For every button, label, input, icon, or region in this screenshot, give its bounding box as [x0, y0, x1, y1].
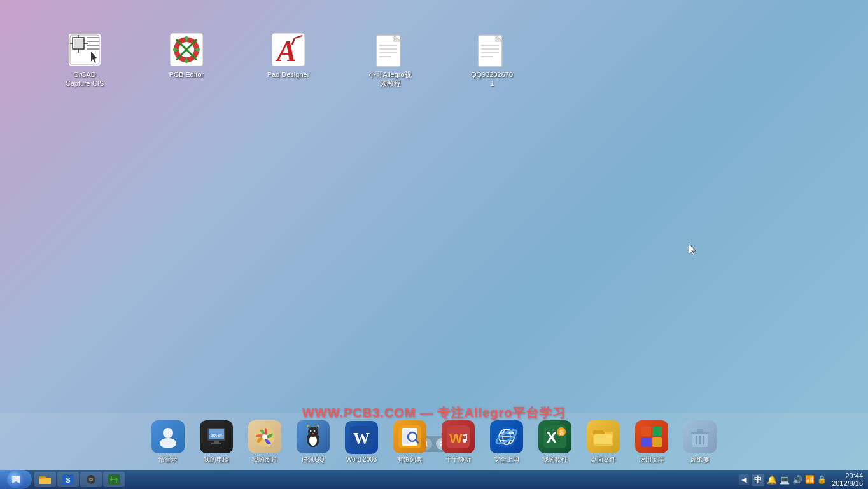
- dock-trash-label: 废纸篓: [690, 455, 710, 464]
- qq-file-label1: QQ93202670: [471, 70, 513, 79]
- dock-computer-icon: 20:44: [200, 420, 233, 453]
- svg-marker-98: [12, 476, 20, 483]
- dock-files-label: 桌面文件: [591, 455, 616, 464]
- dock-photos-label: 我的图片: [252, 455, 277, 464]
- dock-item-login[interactable]: 请登录: [145, 418, 191, 465]
- dock-item-music[interactable]: W 千千静听: [435, 418, 481, 465]
- dock-item-software[interactable]: X 客 我的软件: [532, 418, 578, 465]
- svg-rect-46: [214, 441, 219, 443]
- dock-item-computer[interactable]: 20:44 我的电脑: [193, 418, 239, 465]
- dock-word-icon: W: [345, 421, 378, 454]
- qq-file-icon: [474, 32, 510, 67]
- desktop-icon-orcad[interactable]: OrCAD Capture CIS: [56, 32, 113, 89]
- svg-point-53: [308, 427, 318, 437]
- orcad-label2: Capture CIS: [66, 79, 104, 88]
- taskbar-file-explorer[interactable]: [34, 472, 56, 487]
- taskbar-system-tray: ◀ 中 🔔 💻 🔊 📶 🔒 20:44 2012/8/16: [739, 472, 868, 487]
- dock-computer-label: 我的电脑: [204, 455, 229, 464]
- dock-item-ie[interactable]: 安全上网: [484, 418, 529, 465]
- dock-ie-icon: [490, 420, 523, 453]
- dock-item-desktop-files[interactable]: 桌面文件: [580, 418, 626, 465]
- dock-login-label: 请登录: [158, 455, 178, 464]
- tray-volume[interactable]: 🔊: [792, 475, 802, 485]
- svg-point-43: [160, 438, 176, 448]
- svg-point-106: [110, 478, 113, 481]
- taskbar-clock: 20:44 2012/8/16: [832, 472, 863, 487]
- dock-photos-icon: [248, 420, 281, 453]
- allegro-tutorial-label2: 频教程: [380, 79, 401, 88]
- desktop-icon-pad[interactable]: A Pad Designer: [260, 32, 317, 79]
- clock-time: 20:44: [845, 472, 863, 479]
- tray-network: 📶: [805, 475, 815, 484]
- svg-point-50: [262, 434, 267, 439]
- tray-security: 🔒: [817, 475, 827, 484]
- tray-notification: 🔔: [767, 475, 777, 485]
- svg-rect-87: [594, 434, 612, 444]
- start-button[interactable]: [0, 470, 32, 489]
- taskbar-quick-launch: S: [34, 472, 739, 487]
- svg-rect-3: [74, 39, 83, 48]
- dock-appstore-icon: [635, 420, 668, 453]
- dock-item-trash[interactable]: 废纸篓: [677, 418, 723, 465]
- pcb-editor-label: PCB Editor: [169, 70, 204, 79]
- dock-music-icon: W: [442, 420, 475, 453]
- watermark: WWW.PCB3.COM — 专注Allegro平台学习: [302, 404, 566, 422]
- desktop: OrCAD Capture CIS: [0, 0, 868, 458]
- pcb-editor-icon: [169, 32, 204, 67]
- dock-item-qq[interactable]: 腾讯QQ: [290, 418, 336, 465]
- qq-file-label2: 1: [490, 79, 494, 88]
- pad-designer-label: Pad Designer: [267, 70, 310, 79]
- dock-software-icon: X 客: [538, 420, 571, 453]
- svg-rect-89: [652, 427, 662, 436]
- desktop-icon-allegro-tutorial[interactable]: 小哥Allegro视 频教程: [361, 32, 419, 89]
- allegro-tutorial-label1: 小哥Allegro视: [368, 70, 411, 79]
- dock-login-icon: [151, 420, 185, 453]
- dock-music-label: 千千静听: [445, 455, 471, 464]
- taskbar: S ◀ 中 🔔 💻 🔊 📶 🔒: [0, 470, 868, 489]
- svg-text:W: W: [449, 430, 463, 446]
- dock-item-youdao[interactable]: 有道词典: [387, 418, 433, 465]
- svg-rect-90: [641, 437, 651, 447]
- dock-files-icon: [587, 420, 620, 453]
- svg-text:A: A: [275, 35, 297, 66]
- svg-text:20:44: 20:44: [211, 433, 222, 437]
- svg-rect-94: [697, 429, 703, 432]
- svg-text:W: W: [353, 429, 370, 448]
- dock-word-label: Word 2003: [346, 456, 377, 463]
- svg-point-107: [115, 478, 118, 481]
- svg-point-42: [163, 428, 173, 438]
- dock-item-photos[interactable]: 我的图片: [242, 418, 288, 465]
- dock-dict-label: 有道词典: [397, 455, 423, 464]
- taskbar-sogou[interactable]: S: [57, 472, 79, 487]
- pad-designer-icon: A: [270, 32, 306, 67]
- svg-rect-47: [211, 443, 221, 444]
- tray-monitor: 💻: [780, 475, 790, 485]
- taskbar-pcb[interactable]: [103, 472, 125, 487]
- tray-expand[interactable]: ◀: [739, 474, 749, 485]
- desktop-icon-qq-file[interactable]: QQ93202670 1: [463, 32, 521, 89]
- svg-text:客: 客: [559, 429, 564, 436]
- svg-point-104: [90, 479, 92, 480]
- orcad-label: OrCAD: [73, 70, 95, 79]
- svg-rect-93: [691, 432, 709, 434]
- clock-date: 2012/8/16: [832, 479, 863, 487]
- allegro-tutorial-icon: [372, 32, 408, 67]
- svg-rect-88: [641, 427, 651, 436]
- svg-text:X: X: [546, 428, 557, 447]
- svg-point-57: [315, 430, 316, 432]
- svg-text:S: S: [66, 476, 70, 484]
- dock-appstore-label: 应用宝库: [639, 455, 664, 464]
- tray-input-method[interactable]: 中: [752, 474, 764, 486]
- dock-item-appstore[interactable]: 应用宝库: [629, 418, 675, 465]
- dock-item-word[interactable]: W Word 2003: [339, 418, 384, 464]
- desktop-icon-pcb[interactable]: PCB Editor: [158, 32, 215, 79]
- svg-point-56: [311, 430, 312, 432]
- dock-dict-icon: [393, 420, 426, 453]
- start-orb: [7, 471, 25, 488]
- dock-software-label: 我的软件: [542, 455, 568, 464]
- dock-trash-icon: [683, 420, 717, 453]
- cursor: [689, 244, 696, 255]
- taskbar-media[interactable]: [80, 472, 102, 487]
- svg-point-52: [309, 436, 317, 446]
- dock-qq-label: 腾讯QQ: [302, 455, 325, 464]
